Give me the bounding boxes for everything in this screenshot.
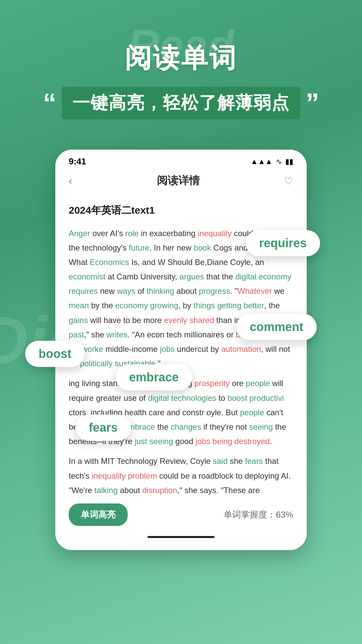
highlight-button[interactable]: 单词高亮	[69, 503, 128, 526]
nav-bar: ‹ 阅读详情 ♡	[55, 170, 307, 195]
mastery-text: 单词掌握度：63%	[224, 509, 293, 521]
page-title: 阅读单词	[0, 40, 362, 76]
subtitle-wrapper: “ 一键高亮，轻松了解薄弱点 ”	[43, 87, 319, 119]
tooltip-boost: boost	[25, 341, 85, 367]
tooltip-comment: comment	[236, 314, 317, 340]
signal-icon: ▲▲▲	[251, 157, 273, 166]
nav-title: 阅读详情	[157, 173, 200, 188]
phone-mockup: 9:41 ▲▲▲ ∿ ▮▮ ‹ 阅读详情 ♡ 2024年英语二text1 Ang…	[55, 150, 307, 550]
quote-open: “	[43, 90, 56, 116]
status-time: 9:41	[69, 156, 86, 167]
tooltip-fears: fears	[75, 415, 131, 441]
article-text-p3: In a with MIT Technology Review, Coyle s…	[69, 454, 293, 497]
heart-icon[interactable]: ♡	[284, 175, 293, 187]
hero-section: 阅读单词 “ 一键高亮，轻松了解薄弱点 ”	[0, 0, 362, 133]
wifi-icon: ∿	[276, 157, 282, 166]
phone-container: requires comment boost embrace fears 9:4…	[55, 150, 307, 550]
article-title: 2024年英语二text1	[69, 202, 293, 219]
back-button[interactable]: ‹	[69, 175, 72, 186]
quote-close: ”	[306, 90, 319, 116]
tooltip-requires: requires	[246, 230, 320, 256]
status-icons: ▲▲▲ ∿ ▮▮	[251, 157, 293, 166]
hero-subtitle: 一键高亮，轻松了解薄弱点	[62, 87, 300, 119]
home-indicator	[147, 536, 215, 538]
bottom-bar: 单词高亮 单词掌握度：63%	[55, 497, 307, 536]
tooltip-embrace: embrace	[116, 364, 192, 390]
status-bar: 9:41 ▲▲▲ ∿ ▮▮	[55, 150, 307, 170]
battery-icon: ▮▮	[285, 157, 293, 166]
